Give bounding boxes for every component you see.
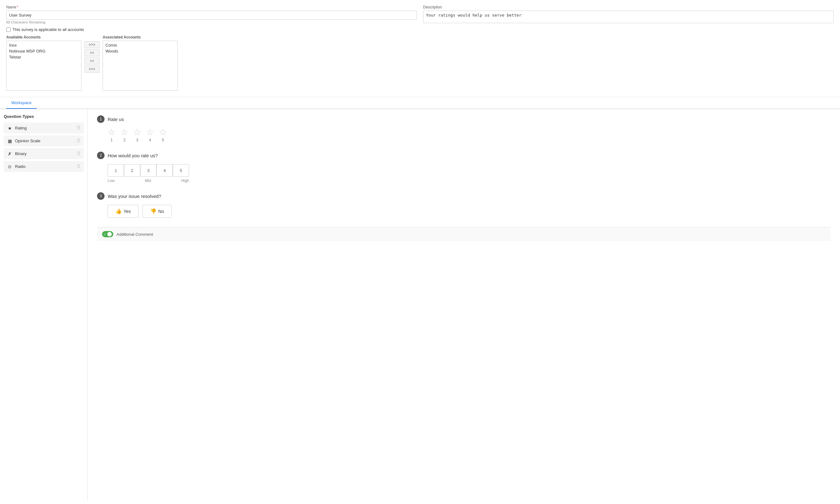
question-type-opinion-scale[interactable]: ▦ Opinion Scale ⠿	[4, 136, 84, 146]
question-1-text: Rate us	[108, 116, 124, 122]
associated-accounts-list[interactable]: Comix Woods	[103, 41, 178, 91]
associated-accounts-label: Associated Accounts	[103, 35, 178, 39]
thumbs-down-icon: 👎	[150, 208, 156, 214]
sidebar: Question Types ★ Rating ⠿ ▦ Opinion Scal…	[0, 109, 88, 501]
opinion-scale-label: Opinion Scale	[15, 139, 40, 143]
scale-box-1[interactable]: 1	[108, 164, 124, 177]
toggle-slider: ✓	[102, 231, 113, 237]
question-3-number: 3	[97, 192, 104, 200]
account-item-woods[interactable]: Woods	[104, 48, 176, 54]
all-accounts-label: This survey is applicable to all account…	[13, 27, 84, 32]
question-3-block: 3 Was your issue resolved? 👍 Yes 👎 No	[97, 192, 830, 218]
no-label: No	[158, 209, 164, 214]
star-2[interactable]: ☆ 2	[120, 128, 128, 142]
description-input[interactable]	[423, 11, 834, 23]
char-remaining: 89 Characters Remaining	[6, 20, 417, 24]
sidebar-title: Question Types	[4, 114, 84, 119]
question-type-radio[interactable]: ⊙ Radio ⠿	[4, 161, 84, 172]
transfer-right-button[interactable]: >>	[85, 49, 100, 56]
scale-box-4[interactable]: 4	[156, 164, 173, 177]
description-label: Description	[423, 5, 834, 10]
available-accounts-list[interactable]: Inox Notinuse MSP ORG Telstar	[6, 41, 81, 91]
account-item-notinuse[interactable]: Notinuse MSP ORG	[8, 48, 80, 54]
additional-comment-label: Additional Comment	[116, 232, 153, 237]
binary-drag-handle[interactable]: ⠿	[77, 151, 81, 157]
description-group: Description	[423, 5, 834, 24]
accounts-section: Available Accounts Inox Notinuse MSP ORG…	[6, 35, 834, 91]
binary-buttons: 👍 Yes 👎 No	[108, 205, 830, 218]
available-accounts-box: Available Accounts Inox Notinuse MSP ORG…	[6, 35, 81, 91]
question-2-block: 2 How would you rate us? 1 2 3 4 5 Low M…	[97, 151, 830, 183]
question-3-text: Was your issue resolved?	[108, 194, 161, 199]
star-1-icon: ☆	[108, 128, 116, 137]
star-3-icon: ☆	[133, 128, 141, 137]
account-item-comix[interactable]: Comix	[104, 42, 176, 48]
transfer-all-right-button[interactable]: >>>	[85, 41, 100, 48]
yes-label: Yes	[124, 209, 131, 214]
opinion-scale-icon: ▦	[7, 139, 13, 144]
question-2-number: 2	[97, 151, 104, 159]
scale-boxes: 1 2 3 4 5	[108, 164, 830, 177]
star-5-icon: ☆	[159, 128, 167, 137]
question-3-header: 3 Was your issue resolved?	[97, 192, 830, 200]
rating-label: Rating	[15, 126, 27, 130]
transfer-left-button[interactable]: <<	[85, 57, 100, 65]
radio-icon: ⊙	[7, 164, 13, 169]
star-5[interactable]: ☆ 5	[159, 128, 167, 142]
star-2-icon: ☆	[120, 128, 128, 137]
star-1[interactable]: ☆ 1	[108, 128, 116, 142]
account-item-telstar[interactable]: Telstar	[8, 54, 80, 60]
scale-box-2[interactable]: 2	[124, 164, 140, 177]
scale-label-low: Low	[108, 179, 115, 183]
radio-label: Radio	[15, 164, 25, 169]
name-group: Name* 89 Characters Remaining	[6, 5, 417, 24]
star-3[interactable]: ☆ 3	[133, 128, 141, 142]
opinion-scale-widget: 1 2 3 4 5 Low Mid High	[108, 164, 830, 183]
scale-box-5[interactable]: 5	[173, 164, 189, 177]
star-2-label: 2	[123, 138, 125, 142]
workspace-area: Question Types ★ Rating ⠿ ▦ Opinion Scal…	[0, 109, 840, 501]
star-4[interactable]: ☆ 4	[146, 128, 154, 142]
question-1-number: 1	[97, 115, 104, 123]
form-section: Name* 89 Characters Remaining Descriptio…	[0, 0, 840, 97]
no-button[interactable]: 👎 No	[142, 205, 172, 218]
tabs-bar: Workspace	[0, 97, 840, 109]
all-accounts-row: This survey is applicable to all account…	[6, 27, 834, 32]
question-2-header: 2 How would you rate us?	[97, 151, 830, 159]
transfer-all-left-button[interactable]: <<<	[85, 66, 100, 73]
scale-box-3[interactable]: 3	[140, 164, 156, 177]
yes-button[interactable]: 👍 Yes	[108, 205, 139, 218]
star-4-label: 4	[149, 138, 151, 142]
content-area: 1 Rate us ☆ 1 ☆ 2 ☆ 3 ☆ 4	[88, 109, 840, 501]
question-1-block: 1 Rate us ☆ 1 ☆ 2 ☆ 3 ☆ 4	[97, 115, 830, 142]
name-input[interactable]	[6, 11, 417, 20]
question-type-rating[interactable]: ★ Rating ⠿	[4, 123, 84, 133]
toggle-check-icon: ✓	[104, 233, 106, 236]
account-item-inox[interactable]: Inox	[8, 42, 80, 48]
transfer-buttons: >>> >> << <<<	[81, 41, 103, 73]
additional-comment-row: ✓ Additional Comment	[97, 227, 830, 241]
question-type-binary[interactable]: ✗ Binary ⠿	[4, 148, 84, 159]
question-1-header: 1 Rate us	[97, 115, 830, 123]
star-4-icon: ☆	[146, 128, 154, 137]
scale-labels: Low Mid High	[108, 179, 189, 183]
tabs-section: Workspace	[0, 97, 840, 109]
all-accounts-checkbox[interactable]	[6, 28, 11, 32]
rating-drag-handle[interactable]: ⠿	[77, 125, 81, 131]
question-2-text: How would you rate us?	[108, 153, 158, 158]
name-label: Name*	[6, 5, 417, 10]
scale-label-high: High	[181, 179, 189, 183]
tab-workspace[interactable]: Workspace	[6, 97, 37, 109]
radio-drag-handle[interactable]: ⠿	[77, 163, 81, 169]
star-1-label: 1	[110, 138, 113, 142]
opinion-scale-drag-handle[interactable]: ⠿	[77, 138, 81, 144]
scale-label-mid: Mid	[145, 179, 151, 183]
rating-icon: ★	[7, 126, 13, 131]
additional-comment-toggle[interactable]: ✓	[102, 231, 113, 237]
available-accounts-label: Available Accounts	[6, 35, 81, 39]
associated-accounts-box: Associated Accounts Comix Woods	[103, 35, 178, 91]
thumbs-up-icon: 👍	[116, 208, 122, 214]
name-description-row: Name* 89 Characters Remaining Descriptio…	[6, 5, 834, 24]
star-3-label: 3	[136, 138, 138, 142]
star-5-label: 5	[162, 138, 164, 142]
